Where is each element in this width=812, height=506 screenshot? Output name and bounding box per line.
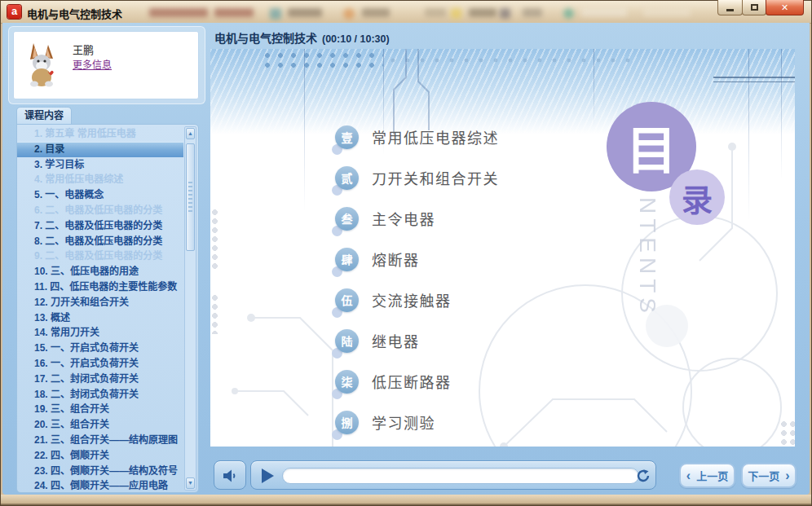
course-item-label: 6. 二、电器及低压电器的分类: [34, 205, 162, 216]
course-item-label: 21. 三、组合开关——结构原理图: [34, 434, 178, 446]
course-item-label: 14. 常用刀开关: [34, 327, 99, 338]
sidebar-course-item[interactable]: 2. 目录: [17, 142, 183, 157]
replay-icon[interactable]: [635, 468, 651, 484]
course-item-label: 19. 三、组合开关: [34, 403, 109, 415]
maximize-icon: [751, 4, 758, 11]
sidebar-course-item[interactable]: 5. 一、电器概念: [17, 187, 183, 203]
course-item-label: 1. 第五章 常用低压电器: [34, 128, 136, 139]
prev-page-label: 上一页: [696, 468, 728, 483]
course-item-label: 9. 二、电器及低压电器的分类: [34, 250, 162, 262]
sidebar-course-item[interactable]: 19. 三、组合开关: [17, 402, 183, 417]
course-item-label: 3. 学习目标: [34, 159, 84, 170]
titlebar-blur-blob: [643, 8, 691, 16]
titlebar-blur-blob: [270, 8, 281, 20]
titlebar-blur-blob: [343, 8, 355, 20]
sidebar-scrollbar: ▲ ▼: [184, 126, 196, 491]
client-area: 王鹏 更多信息 课程内容 1. 第五章 常用低压电器 2. 目录 3. 学习目标…: [2, 23, 810, 495]
sidebar-course-item[interactable]: 7. 二、电器及低压电器的分类: [17, 218, 183, 234]
course-item-label: 24. 四、倒顺开关——应用电路: [34, 480, 168, 491]
sidebar-course-item[interactable]: 15. 一、开启式负荷开关: [17, 341, 183, 356]
close-button[interactable]: ✕: [766, 0, 804, 15]
course-item-label: 2. 目录: [34, 143, 64, 155]
toc-label: 主令电器: [372, 208, 435, 229]
app-icon: a: [7, 5, 21, 19]
sidebar-course-item[interactable]: 14. 常用刀开关: [17, 325, 183, 341]
titlebar-blur-blob: [451, 8, 461, 19]
course-item-label: 7. 二、电器及低压电器的分类: [34, 220, 162, 231]
sidebar-course-item[interactable]: 22. 四、倒顺开关: [17, 448, 183, 464]
sidebar-course-item[interactable]: 6. 二、电器及低压电器的分类: [17, 203, 183, 218]
close-icon: ✕: [781, 2, 788, 13]
volume-button[interactable]: [214, 460, 246, 490]
toc-label: 刀开关和组合开关: [372, 167, 499, 188]
titlebar-blur-blob: [563, 8, 574, 19]
toc-label: 常用低压电器综述: [372, 126, 499, 147]
toc-row[interactable]: 捌 学习测验: [335, 409, 499, 435]
sidebar-course-item[interactable]: 13. 概述: [17, 310, 183, 326]
player-bar: [250, 460, 656, 490]
toc-row[interactable]: 柒 低压断路器: [335, 368, 499, 394]
toc-label: 低压断路器: [372, 371, 452, 392]
window-bottom-frame: [1, 495, 811, 505]
toc-row[interactable]: 叁 主令电器: [335, 205, 499, 231]
toc-row[interactable]: 陆 继电器: [335, 328, 499, 354]
sidebar-course-item[interactable]: 23. 四、倒顺开关——结构及符号: [17, 464, 183, 479]
sidebar-course-item[interactable]: 20. 三、组合开关: [17, 417, 183, 433]
sidebar-course-item[interactable]: 3. 学习目标: [17, 157, 183, 173]
sidebar-course-item[interactable]: 24. 四、倒顺开关——应用电路: [17, 478, 183, 493]
scroll-up-button[interactable]: ▲: [186, 128, 195, 139]
caption-buttons: ✕: [718, 0, 804, 15]
course-item-label: 22. 四、倒顺开关: [34, 450, 109, 461]
toc-row[interactable]: 贰 刀开关和组合开关: [335, 165, 499, 191]
titlebar-blur-blob: [500, 8, 510, 19]
sidebar-course-item[interactable]: 21. 三、组合开关——结构原理图: [17, 433, 183, 448]
more-info-link[interactable]: 更多信息: [73, 57, 112, 71]
course-item-label: 13. 概述: [34, 312, 70, 323]
window-title: 电机与电气控制技术: [27, 6, 122, 21]
minimize-button[interactable]: [717, 0, 743, 15]
user-name: 王鹏: [73, 42, 94, 57]
lesson-time: (00:10 / 10:30): [322, 33, 390, 45]
course-item-label: 12. 刀开关和组合开关: [34, 297, 129, 308]
toc-row[interactable]: 壹 常用低压电器综述: [335, 124, 499, 150]
sidebar-course-item[interactable]: 12. 刀开关和组合开关: [17, 295, 183, 310]
toc-list: 壹 常用低压电器综述 贰 刀开关和组合开关 叁 主令电器 肆 熔断器: [335, 124, 499, 435]
toc-number-badge: 壹: [335, 125, 359, 149]
sidebar-course-item[interactable]: 17. 二、封闭式负荷开关: [17, 372, 183, 387]
sidebar-course-item[interactable]: 9. 二、电器及低压电器的分类: [17, 249, 183, 264]
toc-number-badge: 贰: [335, 166, 359, 190]
sidebar-course-item[interactable]: 1. 第五章 常用低压电器: [17, 126, 183, 142]
prev-page-button[interactable]: ‹ 上一页: [679, 463, 735, 488]
titlebar-blur-blob: [149, 8, 208, 17]
toc-number-badge: 伍: [335, 288, 359, 312]
course-item-label: 10. 三、低压电器的用途: [34, 266, 139, 277]
toc-label: 熔断器: [372, 249, 420, 270]
toc-row[interactable]: 肆 熔断器: [335, 246, 499, 272]
next-page-button[interactable]: 下一页 ›: [741, 463, 797, 488]
scrollbar-thumb[interactable]: [186, 143, 195, 251]
scroll-down-button[interactable]: ▼: [186, 477, 195, 489]
maximize-button[interactable]: [742, 0, 766, 15]
avatar: [24, 42, 61, 87]
progress-bar[interactable]: [282, 468, 639, 484]
sidebar-course-item[interactable]: 18. 二、封闭式负荷开关: [17, 387, 183, 403]
minimize-icon: [726, 9, 734, 11]
titlebar-blur-blob: [214, 8, 254, 17]
course-item-label: 11. 四、低压电器的主要性能参数: [34, 281, 177, 293]
toc-row[interactable]: 伍 交流接触器: [335, 287, 499, 313]
toc-number-badge: 叁: [335, 207, 359, 231]
course-item-label: 15. 一、开启式负荷开关: [34, 342, 139, 354]
sidebar-course-item[interactable]: 10. 三、低压电器的用途: [17, 264, 183, 279]
contents-vertical-text: CONTENTS: [634, 153, 670, 430]
toc-emblem-small: 录: [669, 169, 725, 225]
course-item-label: 20. 三、组合开关: [34, 419, 109, 430]
sidebar-course-item[interactable]: 16. 一、开启式负荷开关: [17, 356, 183, 372]
sidebar-course-item[interactable]: 8. 二、电器及低压电器的分类: [17, 234, 183, 249]
sidebar-course-item[interactable]: 11. 四、低压电器的主要性能参数: [17, 279, 183, 295]
play-button[interactable]: [262, 469, 274, 483]
sidebar-course-item[interactable]: 4. 常用低压电器综述: [17, 172, 183, 187]
course-item-label: 16. 一、开启式负荷开关: [34, 358, 139, 369]
toc-number-badge: 陆: [335, 329, 359, 353]
tab-course-content[interactable]: 课程内容: [16, 107, 72, 125]
course-list-panel: 1. 第五章 常用低压电器 2. 目录 3. 学习目标 4. 常用低压电器综述 …: [16, 124, 199, 493]
